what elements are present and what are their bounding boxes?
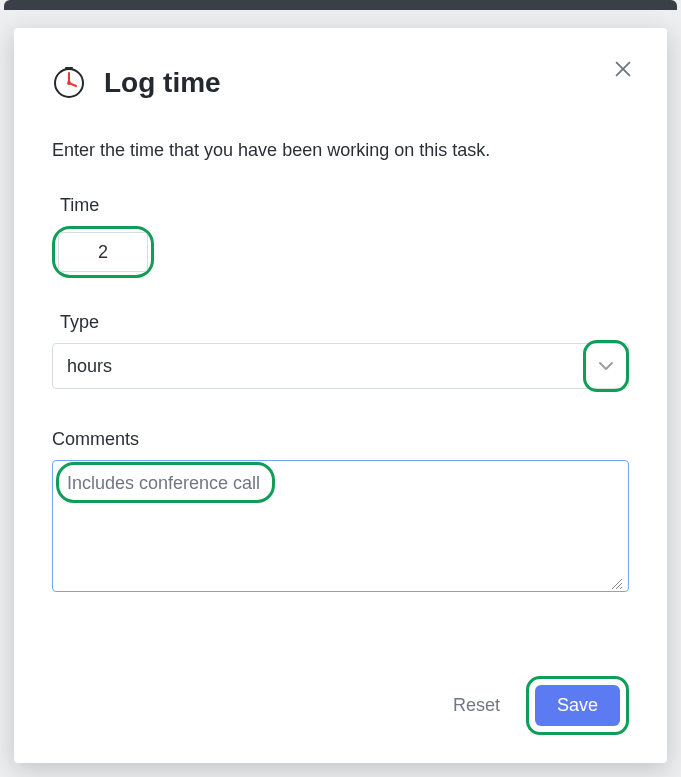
log-time-modal: Log time Enter the time that you have be… <box>14 28 667 763</box>
clock-icon <box>52 66 86 100</box>
time-label: Time <box>60 195 629 216</box>
modal-title: Log time <box>104 67 221 99</box>
close-button[interactable] <box>609 56 637 84</box>
comments-field-group: Comments Includes conference call <box>52 429 629 596</box>
time-input[interactable] <box>58 232 148 272</box>
modal-instructions: Enter the time that you have been workin… <box>52 140 629 161</box>
type-select[interactable]: hours <box>52 343 629 389</box>
window-titlebar <box>4 0 677 10</box>
type-label: Type <box>60 312 629 333</box>
svg-line-3 <box>69 83 76 86</box>
reset-button[interactable]: Reset <box>453 695 500 716</box>
modal-footer: Reset Save <box>453 676 629 735</box>
close-icon <box>612 68 634 83</box>
type-field-group: Type hours <box>52 312 629 389</box>
time-highlight <box>52 226 154 278</box>
comments-label: Comments <box>52 429 629 450</box>
resize-grip-icon <box>609 576 623 590</box>
app-background: Log time Enter the time that you have be… <box>0 0 681 777</box>
time-field-group: Time <box>52 195 629 278</box>
type-selected-value: hours <box>67 356 112 377</box>
save-button[interactable]: Save <box>535 685 620 726</box>
comments-textarea[interactable] <box>52 460 629 592</box>
modal-header: Log time <box>52 66 629 100</box>
save-highlight: Save <box>526 676 629 735</box>
